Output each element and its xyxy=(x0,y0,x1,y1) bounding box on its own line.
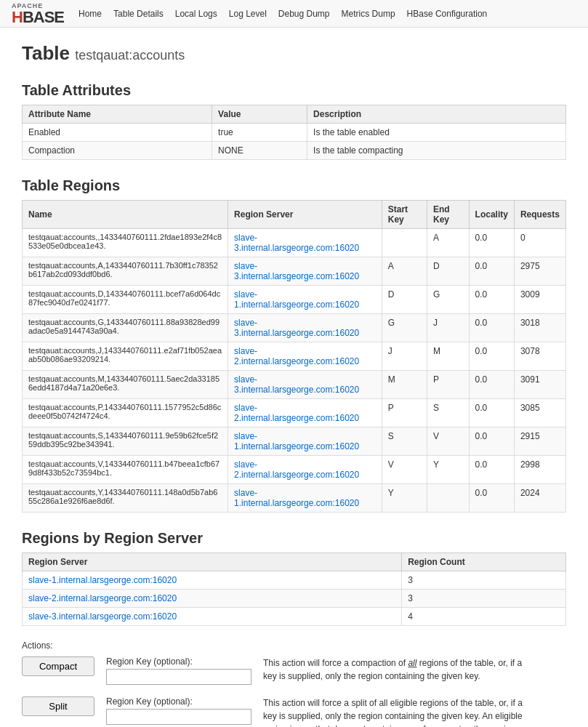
rbs-server-cell: slave-2.internal.larsgeorge.com:16020 xyxy=(23,590,402,608)
navigation: APACHE HBASE Home Table Details Local Lo… xyxy=(0,0,588,28)
region-name-cell: testqauat:accounts,,1433440760111.2fdae1… xyxy=(23,229,228,257)
rbs-server-cell: slave-3.internal.larsgeorge.com:16020 xyxy=(23,608,402,626)
region-requests-cell: 3009 xyxy=(514,286,565,314)
rbs-server-link[interactable]: slave-2.internal.larsgeorge.com:16020 xyxy=(28,593,177,603)
region-locality-cell: 0.0 xyxy=(469,427,514,456)
region-server-cell: slave-1.internal.larsgeorge.com:16020 xyxy=(228,484,382,513)
region-endkey-cell: M xyxy=(427,342,470,371)
compact-action-row: Compact Region Key (optional): This acti… xyxy=(22,656,566,685)
region-startkey-cell: S xyxy=(382,427,427,456)
compact-button[interactable]: Compact xyxy=(22,656,94,676)
region-server-cell: slave-2.internal.larsgeorge.com:16020 xyxy=(228,342,382,371)
region-name-cell: testqauat:accounts,P,1433440760111.15779… xyxy=(23,399,228,427)
region-startkey-cell: J xyxy=(382,342,427,371)
attr-value-header: Value xyxy=(212,105,307,124)
region-startkey-header: Start Key xyxy=(382,201,427,229)
region-startkey-cell: V xyxy=(382,456,427,484)
region-server-link[interactable]: slave-3.internal.larsgeorge.com:16020 xyxy=(234,374,359,395)
region-row: testqauat:accounts,A,1433440760111.7b30f… xyxy=(23,257,566,286)
region-name-cell: testqauat:accounts,V,1433440760111.b47be… xyxy=(23,456,228,484)
region-row: testqauat:accounts,V,1433440760111.b47be… xyxy=(23,456,566,484)
region-startkey-cell xyxy=(382,229,427,257)
region-server-link[interactable]: slave-3.internal.larsgeorge.com:16020 xyxy=(234,318,359,338)
region-server-cell: slave-1.internal.larsgeorge.com:16020 xyxy=(228,427,382,456)
region-requests-header: Requests xyxy=(514,201,565,229)
region-row: testqauat:accounts,,1433440760111.2fdae1… xyxy=(23,229,566,257)
region-server-link[interactable]: slave-1.internal.larsgeorge.com:16020 xyxy=(234,289,359,310)
region-requests-cell: 3085 xyxy=(514,399,565,427)
split-button[interactable]: Split xyxy=(22,696,94,716)
rbs-row: slave-3.internal.larsgeorge.com:16020 4 xyxy=(23,608,566,626)
page-title: Table testqauat:accounts xyxy=(22,42,566,65)
nav-local-logs[interactable]: Local Logs xyxy=(175,9,217,19)
rbs-count-header: Region Count xyxy=(402,553,566,571)
region-locality-header: Locality xyxy=(469,201,514,229)
region-server-link[interactable]: slave-1.internal.larsgeorge.com:16020 xyxy=(234,431,359,451)
region-locality-cell: 0.0 xyxy=(469,399,514,427)
split-description: This action will force a split of all el… xyxy=(263,696,532,727)
split-region-key-input[interactable] xyxy=(106,709,251,725)
region-endkey-cell: G xyxy=(427,286,470,314)
region-row: testqauat:accounts,Y,1433440760111.148a0… xyxy=(23,484,566,513)
region-server-cell: slave-3.internal.larsgeorge.com:16020 xyxy=(228,371,382,399)
attr-name-cell: Compaction xyxy=(23,142,212,160)
region-row: testqauat:accounts,P,1433440760111.15779… xyxy=(23,399,566,427)
region-startkey-cell: A xyxy=(382,257,427,286)
nav-table-details[interactable]: Table Details xyxy=(113,9,164,19)
region-server-link[interactable]: slave-2.internal.larsgeorge.com:16020 xyxy=(234,403,359,423)
region-endkey-cell: S xyxy=(427,399,470,427)
region-name-cell: testqauat:accounts,M,1433440760111.5aec2… xyxy=(23,371,228,399)
compact-description: This action will force a compaction of a… xyxy=(263,656,532,683)
attr-desc-cell: Is the table compacting xyxy=(307,142,566,160)
page-subtitle: testqauat:accounts xyxy=(75,48,185,63)
nav-metrics-dump[interactable]: Metrics Dump xyxy=(342,9,395,19)
region-endkey-cell: Y xyxy=(427,456,470,484)
region-locality-cell: 0.0 xyxy=(469,484,514,513)
region-name-cell: testqauat:accounts,A,1433440760111.7b30f… xyxy=(23,257,228,286)
nav-hbase-config[interactable]: HBase Configuration xyxy=(407,9,488,19)
region-server-cell: slave-3.internal.larsgeorge.com:16020 xyxy=(228,314,382,342)
region-locality-cell: 0.0 xyxy=(469,286,514,314)
region-name-cell: testqauat:accounts,Y,1433440760111.148a0… xyxy=(23,484,228,513)
region-locality-cell: 0.0 xyxy=(469,342,514,371)
region-locality-cell: 0.0 xyxy=(469,314,514,342)
compact-region-key-input[interactable] xyxy=(106,669,251,685)
table-regions-heading: Table Regions xyxy=(22,177,566,194)
region-requests-cell: 3091 xyxy=(514,371,565,399)
region-endkey-cell: P xyxy=(427,371,470,399)
region-requests-cell: 2998 xyxy=(514,456,565,484)
nav-debug-dump[interactable]: Debug Dump xyxy=(278,9,330,19)
region-locality-cell: 0.0 xyxy=(469,456,514,484)
rbs-count-cell: 3 xyxy=(402,571,566,590)
rbs-server-cell: slave-1.internal.larsgeorge.com:16020 xyxy=(23,571,402,590)
region-requests-cell: 2915 xyxy=(514,427,565,456)
rbs-count-cell: 4 xyxy=(402,608,566,626)
region-endkey-cell: V xyxy=(427,427,470,456)
split-input-group: Region Key (optional): xyxy=(106,696,251,725)
table-attributes-table: Attribute Name Value Description Enabled… xyxy=(22,105,566,160)
split-input-label: Region Key (optional): xyxy=(106,696,251,707)
region-row: testqauat:accounts,J,1433440760111.e2af7… xyxy=(23,342,566,371)
rbs-server-header: Region Server xyxy=(23,553,402,571)
region-server-link[interactable]: slave-3.internal.larsgeorge.com:16020 xyxy=(234,261,359,281)
region-requests-cell: 3018 xyxy=(514,314,565,342)
region-server-link[interactable]: slave-3.internal.larsgeorge.com:16020 xyxy=(234,233,359,253)
regions-by-server-table: Region Server Region Count slave-1.inter… xyxy=(22,553,566,626)
region-server-link[interactable]: slave-2.internal.larsgeorge.com:16020 xyxy=(234,346,359,366)
region-startkey-cell: G xyxy=(382,314,427,342)
rbs-server-link[interactable]: slave-1.internal.larsgeorge.com:16020 xyxy=(28,575,177,585)
region-requests-cell: 0 xyxy=(514,229,565,257)
attr-value-cell: NONE xyxy=(212,142,307,160)
rbs-server-link[interactable]: slave-3.internal.larsgeorge.com:16020 xyxy=(28,611,177,622)
nav-home[interactable]: Home xyxy=(78,9,102,19)
region-server-link[interactable]: slave-1.internal.larsgeorge.com:16020 xyxy=(234,488,359,508)
region-name-cell: testqauat:accounts,J,1433440760111.e2af7… xyxy=(23,342,228,371)
nav-log-level[interactable]: Log Level xyxy=(229,9,267,19)
region-server-cell: slave-1.internal.larsgeorge.com:16020 xyxy=(228,286,382,314)
region-server-link[interactable]: slave-2.internal.larsgeorge.com:16020 xyxy=(234,459,359,480)
hbase-text: HBASE xyxy=(12,8,64,26)
region-name-header: Name xyxy=(23,201,228,229)
region-server-cell: slave-3.internal.larsgeorge.com:16020 xyxy=(228,229,382,257)
rbs-row: slave-1.internal.larsgeorge.com:16020 3 xyxy=(23,571,566,590)
region-row: testqauat:accounts,G,1433440760111.88a93… xyxy=(23,314,566,342)
